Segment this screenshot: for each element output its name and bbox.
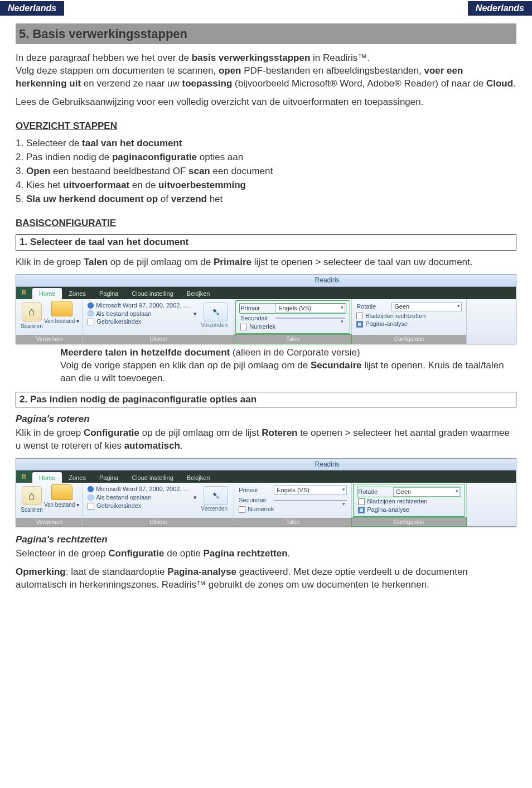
straighten-checkbox[interactable]: Bladzijden rechtzetten (355, 312, 463, 320)
output-user-index[interactable]: Gebruikersindex (86, 502, 198, 510)
step-2: 2. Pas indien nodig de paginaconfigurati… (16, 151, 516, 164)
rotation-dropdown[interactable]: Geen (391, 302, 462, 311)
send-button[interactable]: Verzenden (201, 321, 228, 329)
page-analysis-checkbox[interactable]: Pagina-analyse (355, 320, 463, 328)
from-file-button[interactable]: Van bestand ▾ (44, 501, 79, 509)
checkbox-icon (239, 506, 245, 513)
tab-home[interactable]: Home (32, 472, 62, 483)
page-header: Nederlands Nederlands (0, 0, 532, 20)
tab-pagina[interactable]: Pagina (93, 472, 125, 483)
overview-heading: OVERZICHT STAPPEN (16, 120, 516, 133)
intro-paragraph-1: In deze paragraaf hebben we het over de … (16, 52, 516, 90)
group-uitvoer: Uitvoer (83, 518, 234, 527)
step-box-2: 2. Pas indien nodig de paginaconfigurati… (16, 392, 516, 408)
output-save-as-file[interactable]: Als bestand opslaan ▾ (86, 310, 198, 318)
secondary-language-dropdown[interactable] (274, 500, 347, 501)
para-select-language: Klik in de groep Talen op de pijl omlaag… (16, 256, 516, 269)
intro-paragraph-2: Lees de Gebruiksaanwijzing voor een voll… (16, 96, 516, 109)
word-icon (88, 302, 94, 309)
group-uitvoer: Uitvoer (83, 335, 234, 344)
group-talen: Talen (234, 518, 351, 527)
page-analysis-checkbox[interactable]: Pagina-analyse (357, 506, 461, 514)
send-button[interactable]: Verzenden (201, 505, 228, 513)
rotation-field[interactable]: RotatieGeen (355, 301, 463, 312)
tab-cloud[interactable]: Cloud instelling (125, 472, 180, 483)
output-word-option[interactable]: Microsoft Word 97, 2000, 2002, ... (86, 485, 198, 493)
output-save-as-file[interactable]: Als bestand opslaan ▾ (86, 493, 198, 502)
send-button-icon[interactable]: ➷ (204, 486, 228, 505)
checkbox-icon (240, 324, 247, 330)
group-verwerven: Verwerven (16, 518, 83, 527)
checkbox-icon (356, 321, 363, 328)
steps-list: 1. Selecteer de taal van het document 2.… (16, 137, 516, 206)
folder-icon[interactable] (51, 484, 72, 500)
ribbon-screenshot-2: Readiris R Home Zones Pagina Cloud inste… (16, 458, 516, 527)
tab-pagina[interactable]: Pagina (93, 288, 125, 299)
checkbox-icon (358, 498, 365, 505)
step-3: 3. Open een bestaand beeldbestand OF sca… (16, 165, 516, 178)
step-1: 1. Selecteer de taal van het document (16, 137, 516, 150)
tab-zones[interactable]: Zones (62, 288, 93, 299)
primary-language-dropdown[interactable]: Engels (VS) (274, 486, 347, 495)
tab-zones[interactable]: Zones (62, 472, 93, 483)
rotate-subheading: Pagina's roteren (16, 414, 90, 424)
scan-button[interactable]: Scannen (21, 506, 42, 514)
word-icon (88, 486, 94, 492)
numeric-checkbox[interactable]: Numeriek (239, 323, 346, 331)
primary-language-dropdown[interactable]: Engels (VS) (275, 304, 345, 313)
primary-language-field[interactable]: PrimairEngels (VS) (239, 303, 346, 314)
tab-cloud[interactable]: Cloud instelling (125, 288, 180, 299)
group-talen: Talen (234, 335, 351, 344)
rotation-dropdown[interactable]: Geen (393, 487, 460, 497)
group-configuratie: Configuratie (352, 518, 466, 527)
output-user-index[interactable]: Gebruikersindex (86, 318, 198, 326)
section-title: 5. Basis verwerkingsstappen (16, 23, 516, 45)
cloud-icon (88, 310, 94, 316)
step-5: 5. Sla uw herkend document op of verzend… (16, 193, 516, 206)
numeric-checkbox[interactable]: Numeriek (238, 505, 348, 513)
tab-bekijken[interactable]: Bekijken (180, 472, 217, 483)
app-logo-icon[interactable]: R (16, 470, 32, 483)
tab-bekijken[interactable]: Bekijken (180, 288, 217, 299)
app-title: Readiris (22, 276, 340, 285)
scanner-icon[interactable]: ⌂ (22, 302, 42, 321)
scanner-icon[interactable]: ⌂ (22, 486, 42, 505)
cloud-icon (88, 494, 94, 501)
folder-icon[interactable] (51, 301, 72, 316)
send-button-icon[interactable]: ➷ (204, 302, 228, 321)
tab-home[interactable]: Home (32, 288, 62, 299)
checkbox-icon (356, 313, 363, 319)
step-4: 4. Kies het uitvoerformaat en de uitvoer… (16, 179, 516, 192)
straighten-checkbox[interactable]: Bladzijden rechtzetten (357, 497, 461, 506)
secondary-language-dropdown[interactable] (275, 318, 345, 319)
header-right: Nederlands (468, 1, 532, 16)
app-logo-icon[interactable]: R (16, 287, 32, 299)
output-word-option[interactable]: Microsoft Word 97, 2000, 2002, ... (86, 301, 198, 310)
app-title: Readiris (22, 460, 340, 469)
checkbox-icon (88, 503, 94, 510)
straighten-subheading: Pagina's rechtzetten (16, 534, 108, 545)
primary-language-field[interactable]: PrimairEngels (VS) (238, 485, 348, 496)
checkbox-icon (88, 319, 94, 325)
header-left: Nederlands (0, 1, 64, 16)
ribbon-screenshot-1: Readiris R Home Zones Pagina Cloud inste… (16, 274, 516, 344)
rotate-paragraph: Klik in de groep Configuratie op de pijl… (16, 427, 516, 453)
multi-language-note: Meerdere talen in hetzelfde document (al… (60, 347, 516, 385)
secondary-language-field[interactable]: Secundair (238, 496, 348, 505)
basisconfig-heading: BASISCONFIGURATIE (16, 217, 516, 230)
scan-button[interactable]: Scannen (21, 323, 42, 330)
step-box-1: 1. Selecteer de taal van het document (16, 234, 516, 251)
from-file-button[interactable]: Van bestand ▾ (44, 318, 79, 325)
straighten-paragraph: Selecteer in de groep Configuratie de op… (16, 547, 516, 560)
note-paragraph: Opmerking: laat de standaardoptie Pagina… (16, 566, 516, 592)
rotation-field[interactable]: RotatieGeen (357, 487, 461, 497)
checkbox-icon (358, 507, 365, 513)
secondary-language-field[interactable]: Secundair (239, 314, 346, 323)
group-configuratie: Configuratie (352, 335, 466, 344)
group-verwerven: Verwerven (16, 335, 83, 344)
